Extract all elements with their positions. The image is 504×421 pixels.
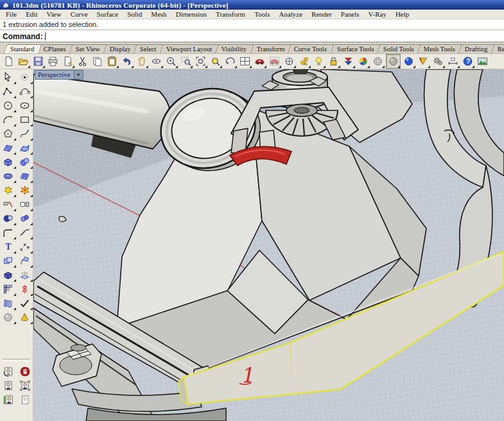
array-icon[interactable] bbox=[1, 282, 16, 296]
object-properties-icon[interactable] bbox=[356, 55, 370, 68]
hide-objects-icon[interactable] bbox=[312, 55, 326, 68]
tab-solid-tools[interactable]: Solid Tools bbox=[377, 44, 422, 53]
open-file-icon[interactable] bbox=[17, 55, 30, 68]
menu-file[interactable]: File bbox=[1, 10, 21, 18]
cone-icon[interactable] bbox=[17, 311, 33, 324]
vray-render-icon[interactable] bbox=[1, 365, 16, 378]
extrude-icon[interactable] bbox=[17, 268, 33, 282]
perspective-viewport[interactable]: 1 bbox=[33, 69, 504, 421]
print-icon[interactable] bbox=[46, 55, 60, 68]
render-sphere-icon[interactable] bbox=[1, 311, 16, 324]
menu-help[interactable]: Help bbox=[391, 10, 413, 18]
copy-icon[interactable] bbox=[91, 55, 104, 68]
torus-icon[interactable] bbox=[1, 169, 16, 183]
tab-curve-tools[interactable]: Curve Tools bbox=[288, 44, 335, 53]
tab-viewport-layout[interactable]: Viewport Layout bbox=[160, 44, 220, 53]
point-icon[interactable] bbox=[17, 71, 33, 84]
vray-stop-icon[interactable] bbox=[17, 365, 33, 378]
dimension-icon[interactable] bbox=[446, 55, 460, 68]
mesh-surface-icon[interactable] bbox=[17, 169, 33, 183]
viewport-layout-icon[interactable] bbox=[238, 55, 252, 68]
tab-standard[interactable]: Standard bbox=[4, 44, 42, 53]
menu-solid[interactable]: Solid bbox=[123, 10, 146, 18]
fillet-icon[interactable] bbox=[1, 226, 16, 239]
shaded-display-icon[interactable] bbox=[386, 54, 401, 69]
menu-curve[interactable]: Curve bbox=[66, 10, 92, 18]
cut-icon[interactable] bbox=[76, 55, 89, 68]
boolean-union-icon[interactable] bbox=[1, 184, 16, 197]
check-icon[interactable] bbox=[17, 296, 33, 310]
rectangle-icon[interactable] bbox=[17, 113, 33, 126]
surface-tools-icon[interactable] bbox=[1, 296, 16, 310]
render-icon[interactable] bbox=[253, 55, 266, 68]
rotate-view-icon[interactable] bbox=[150, 55, 163, 68]
viewport-canvas[interactable]: 1 bbox=[33, 69, 504, 421]
cplane-icon[interactable] bbox=[282, 55, 296, 68]
layer-icon[interactable] bbox=[342, 55, 355, 68]
wireframe-display-icon[interactable] bbox=[371, 55, 385, 68]
undo-icon[interactable] bbox=[120, 55, 134, 68]
zoom-extents-icon[interactable] bbox=[194, 55, 207, 68]
trim-icon[interactable] bbox=[1, 198, 16, 211]
tab-cplanes[interactable]: CPlanes bbox=[37, 44, 74, 53]
boolean-difference-icon[interactable] bbox=[1, 212, 16, 225]
ellipse-icon[interactable] bbox=[17, 99, 33, 112]
options-icon[interactable] bbox=[431, 55, 445, 68]
vray-viewer-icon[interactable] bbox=[17, 393, 33, 406]
zoom-icon[interactable] bbox=[164, 55, 178, 68]
menu-view[interactable]: View bbox=[42, 10, 65, 18]
blend-icon[interactable] bbox=[17, 226, 33, 239]
split-icon[interactable] bbox=[17, 198, 33, 211]
vertical-dimension-icon[interactable] bbox=[17, 282, 33, 296]
text-icon[interactable]: T bbox=[1, 240, 16, 253]
tab-set-view[interactable]: Set View bbox=[69, 44, 108, 53]
edit-points-icon[interactable] bbox=[17, 240, 33, 253]
chevron-down-icon[interactable]: ▼ bbox=[74, 71, 83, 79]
menu-render[interactable]: Render bbox=[307, 10, 336, 18]
tab-drafting[interactable]: Drafting bbox=[458, 44, 496, 53]
menu-dimension[interactable]: Dimension bbox=[171, 10, 211, 18]
render-region-icon[interactable] bbox=[268, 55, 281, 68]
lock-objects-icon[interactable] bbox=[327, 55, 340, 68]
menu-analyze[interactable]: Analyze bbox=[274, 10, 307, 18]
arc-icon[interactable] bbox=[1, 113, 16, 126]
tab-visibility[interactable]: Visibility bbox=[215, 44, 255, 53]
pointer-icon[interactable] bbox=[1, 71, 16, 84]
background-icon[interactable] bbox=[476, 55, 489, 68]
rendered-display-icon[interactable] bbox=[402, 55, 415, 68]
menu-transform[interactable]: Transform bbox=[211, 10, 250, 18]
rotate-object-icon[interactable] bbox=[17, 254, 33, 268]
box-icon[interactable] bbox=[1, 155, 16, 169]
pan-icon[interactable] bbox=[135, 55, 148, 68]
new-file-icon[interactable] bbox=[2, 55, 15, 68]
vray-options-icon[interactable] bbox=[1, 379, 16, 392]
surface-sweep-icon[interactable] bbox=[17, 141, 33, 155]
menu-mesh[interactable]: Mesh bbox=[146, 10, 171, 18]
menu-edit[interactable]: Edit bbox=[21, 10, 42, 18]
undo-view-icon[interactable] bbox=[223, 55, 237, 68]
polygon-icon[interactable] bbox=[1, 127, 16, 141]
explode-icon[interactable] bbox=[17, 184, 33, 197]
command-input[interactable]: Command: bbox=[0, 30, 504, 42]
vray-framebuffer-icon[interactable] bbox=[17, 379, 33, 392]
solid-tools-icon[interactable] bbox=[1, 268, 16, 282]
tab-mesh-tools[interactable]: Mesh Tools bbox=[417, 44, 464, 53]
export-icon[interactable] bbox=[61, 55, 74, 68]
menu-surface[interactable]: Surface bbox=[92, 10, 123, 18]
help-icon[interactable]: ? bbox=[461, 55, 474, 68]
sphere-icon[interactable] bbox=[17, 155, 33, 169]
freeform-curve-icon[interactable] bbox=[17, 127, 33, 141]
save-icon[interactable] bbox=[31, 55, 45, 68]
menu-v-ray[interactable]: V-Ray bbox=[364, 10, 391, 18]
viewport-title-dropdown[interactable]: Perspective ▼ bbox=[35, 70, 83, 80]
menu-panels[interactable]: Panels bbox=[336, 10, 364, 18]
circle-icon[interactable] bbox=[1, 99, 16, 112]
boolean-intersection-icon[interactable] bbox=[17, 212, 33, 225]
tab-render[interactable]: Render bbox=[491, 44, 504, 53]
curve-icon[interactable] bbox=[17, 85, 33, 98]
zoom-selected-icon[interactable] bbox=[209, 55, 222, 68]
tab-transform[interactable]: Transform bbox=[250, 44, 293, 53]
paste-icon[interactable] bbox=[105, 55, 119, 68]
menu-tools[interactable]: Tools bbox=[250, 10, 274, 18]
copy-object-icon[interactable] bbox=[1, 254, 16, 268]
